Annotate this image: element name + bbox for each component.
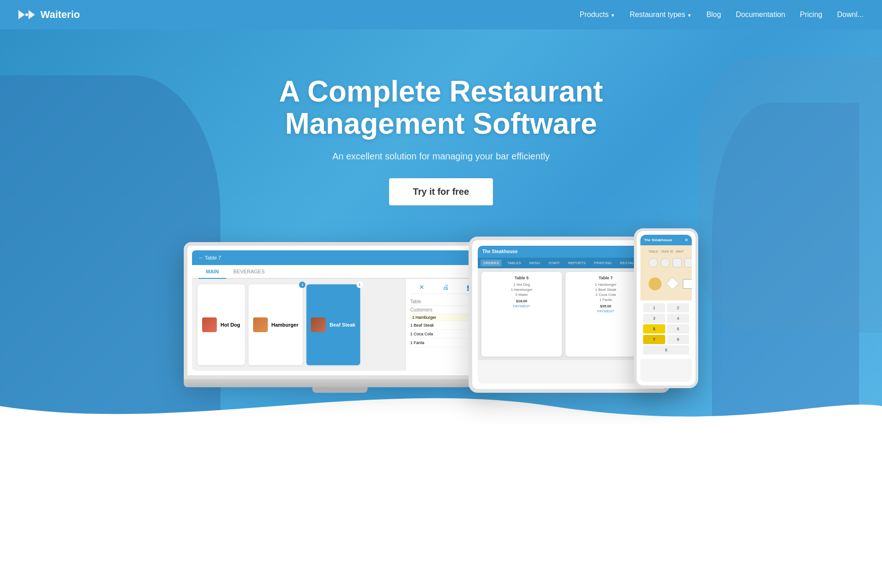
tablet-nav-tables[interactable]: TABLES <box>504 260 524 266</box>
steak-badge: 1 <box>356 282 363 288</box>
table-circle-1[interactable] <box>649 258 658 267</box>
phone-table-area: TABLE TAKE ID WAIT <box>640 245 692 300</box>
nav-blog[interactable]: Blog <box>707 11 721 19</box>
hero-section: A Complete Restaurant Management Softwar… <box>0 29 882 424</box>
order-title-table7: Table 7 <box>569 276 642 280</box>
numpad-2[interactable]: 2 <box>667 303 689 312</box>
laptop-app: ← Table 7 🔍 MAIN BEVERAGES <box>192 250 488 371</box>
try-free-button[interactable]: Try it for free <box>389 178 493 205</box>
print-icon[interactable]: 🖨 <box>442 283 449 291</box>
numpad-1[interactable]: 1 <box>643 303 665 312</box>
phone-header: The Steakhouse ✕ <box>640 235 692 245</box>
t7-item-1: 1 Hamburger <box>569 282 642 287</box>
tablet-app-title: The Steakhouse <box>482 249 518 254</box>
nav-documentation[interactable]: Documentation <box>736 11 786 19</box>
tab-beverages[interactable]: BEVERAGES <box>226 265 272 279</box>
svg-point-2 <box>25 13 28 16</box>
item-1: 1 Hot Dog <box>485 282 558 287</box>
laptop-mockup: ← Table 7 🔍 MAIN BEVERAGES <box>184 242 496 393</box>
brand-name: Waiterio <box>40 9 80 21</box>
phone-app-title: The Steakhouse <box>644 238 672 242</box>
table-layout <box>645 256 687 293</box>
below-hero-section <box>0 424 882 480</box>
nav-restaurant-types[interactable]: Restaurant types▼ <box>630 11 692 19</box>
app-body: Hot Dog Hamburger 1 Be <box>192 279 488 371</box>
numpad-row-5: 9 <box>643 345 689 355</box>
t7-item-2: 1 Beaf Steak <box>569 287 642 292</box>
tablet-nav-staff[interactable]: STAFF <box>546 260 563 266</box>
phone-mockup: The Steakhouse ✕ TABLE TAKE ID WAIT <box>634 228 698 388</box>
numpad-9[interactable]: 9 <box>643 345 689 355</box>
burger-img <box>253 317 268 332</box>
total-table5: $18.00 <box>485 299 558 303</box>
tablet-nav-menu[interactable]: MENU <box>526 260 543 266</box>
numpad-row-3: 5 6 <box>643 324 689 334</box>
navbar: Waiterio Products▼ Restaurant types▼ Blo… <box>0 0 882 29</box>
svg-marker-1 <box>28 10 35 19</box>
burger-badge: 1 <box>299 282 305 288</box>
hero-title: A Complete Restaurant Management Softwar… <box>0 75 882 140</box>
app-tabs: MAIN BEVERAGES <box>192 265 488 279</box>
total-table7: $35.00 <box>569 304 642 308</box>
numpad-8[interactable]: 8 <box>667 335 689 344</box>
order-title-table5: Table 5 <box>485 276 558 280</box>
delete-order-icon[interactable]: ✕ <box>419 283 424 291</box>
back-button[interactable]: ← Table 7 <box>198 255 221 260</box>
phone-close-icon[interactable]: ✕ <box>684 237 688 243</box>
menu-item-hotdog[interactable]: Hot Dog <box>198 284 245 365</box>
phone-frame: The Steakhouse ✕ TABLE TAKE ID WAIT <box>634 228 698 388</box>
navbar-links: Products▼ Restaurant types▼ Blog Documen… <box>580 11 864 19</box>
hotdog-label: Hot Dog <box>220 322 240 328</box>
order-card-table5: Table 5 1 Hot Dog 1 Hamburger 3 Water $1… <box>481 272 562 356</box>
logo-icon <box>18 9 35 20</box>
laptop-base <box>184 379 496 387</box>
numpad-row-2: 3 4 <box>643 314 689 323</box>
app-interface: ← Table 7 🔍 MAIN BEVERAGES <box>192 250 488 371</box>
svg-marker-0 <box>18 10 25 19</box>
burger-label: Hamburger <box>271 322 299 328</box>
steak-img <box>311 317 326 332</box>
tablet-nav-orders[interactable]: ORDERS <box>481 260 502 266</box>
status-table7: PAYMENT <box>569 309 642 313</box>
steak-label: Beaf Steak <box>329 322 355 328</box>
menu-item-hamburger[interactable]: Hamburger 1 <box>249 284 303 365</box>
table-rect-1[interactable] <box>673 258 682 267</box>
hotdog-img <box>202 317 217 332</box>
nav-pricing[interactable]: Pricing <box>800 11 822 19</box>
tab-main[interactable]: MAIN <box>198 265 226 279</box>
app-header: ← Table 7 🔍 <box>192 250 488 265</box>
nav-products[interactable]: Products▼ <box>580 11 615 19</box>
table-yellow-circle[interactable] <box>649 277 662 290</box>
table-circle-2[interactable] <box>661 258 670 267</box>
t7-item-3: 2 Coca Cola <box>569 292 642 297</box>
table-white-rect[interactable] <box>683 279 692 289</box>
laptop-screen: ← Table 7 🔍 MAIN BEVERAGES <box>184 242 496 379</box>
menu-items-area: Hot Dog Hamburger 1 Be <box>192 279 405 371</box>
numpad-3[interactable]: 3 <box>643 314 665 323</box>
item-3: 3 Water <box>485 292 558 297</box>
menu-item-steak[interactable]: Beaf Steak 1 <box>306 284 360 365</box>
brand: Waiterio <box>18 9 80 21</box>
numpad-5[interactable]: 5 <box>643 324 665 334</box>
table-diamond[interactable] <box>666 277 679 290</box>
numpad-6[interactable]: 6 <box>667 324 689 334</box>
phone-numpad: 1 2 3 4 5 6 7 <box>640 300 692 359</box>
numpad-4[interactable]: 4 <box>667 314 689 323</box>
phone-screen: The Steakhouse ✕ TABLE TAKE ID WAIT <box>640 235 692 382</box>
numpad-row-1: 1 2 <box>643 303 689 312</box>
status-table5: PAYMENT <box>485 304 558 308</box>
devices-mockup: ← Table 7 🔍 MAIN BEVERAGES <box>0 228 882 393</box>
table-rect-2[interactable] <box>684 258 692 267</box>
t7-item-4: 1 Fanta <box>569 297 642 302</box>
hero-subtitle: An excellent solution for managing your … <box>0 151 882 162</box>
laptop-stand <box>312 387 368 393</box>
nav-download[interactable]: Downl... <box>837 11 864 19</box>
hero-content: A Complete Restaurant Management Softwar… <box>0 29 882 393</box>
numpad-row-4: 7 8 <box>643 335 689 344</box>
numpad-7[interactable]: 7 <box>643 335 665 344</box>
table-area-label: TABLE TAKE ID WAIT <box>645 250 687 253</box>
tablet-nav-reports[interactable]: REPORTS <box>565 260 589 266</box>
item-2: 1 Hamburger <box>485 287 558 292</box>
tablet-nav-printing[interactable]: PRINTING <box>591 260 614 266</box>
